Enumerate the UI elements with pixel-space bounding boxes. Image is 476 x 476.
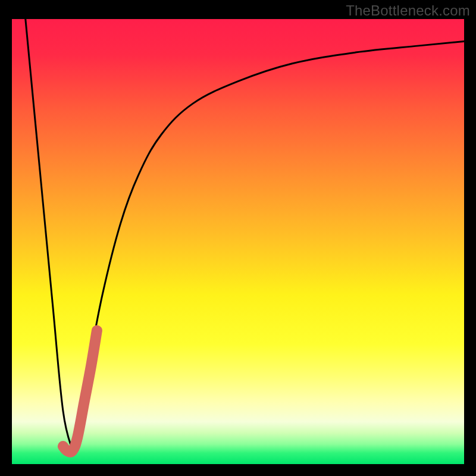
watermark-text: TheBottleneck.com bbox=[346, 2, 470, 19]
plot-svg bbox=[12, 19, 464, 464]
chart-stage: TheBottleneck.com bbox=[0, 0, 476, 476]
plot-area bbox=[12, 19, 464, 464]
